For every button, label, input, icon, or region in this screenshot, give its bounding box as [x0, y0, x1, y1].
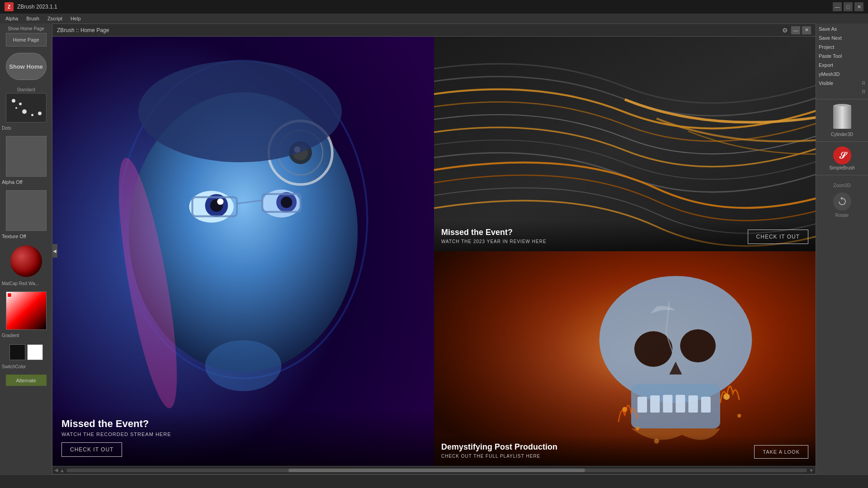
svg-point-37 — [737, 414, 741, 418]
scroll-down-icon[interactable]: ▼ — [809, 468, 814, 473]
svg-point-27 — [680, 329, 716, 362]
rotate-icon[interactable] — [833, 192, 851, 211]
project-label: Project — [819, 44, 834, 50]
home-page-button[interactable]: Home Page — [6, 33, 47, 47]
matcap-label: MatCap Red Wa... — [2, 281, 39, 286]
export-item[interactable]: Export — [816, 61, 868, 70]
rotate-svg — [837, 196, 848, 207]
matcap-sphere[interactable] — [10, 245, 42, 277]
title-bar-title: ZBrush 2023.1.1 — [17, 4, 57, 10]
svg-rect-32 — [689, 395, 698, 413]
menu-item-help[interactable]: Help — [67, 15, 85, 22]
dot-5 — [31, 114, 33, 116]
sidebar-show-home-btn-section: Show Home — [0, 49, 52, 84]
color-picker[interactable] — [6, 291, 47, 330]
alpha-box[interactable] — [6, 136, 47, 177]
title-bar-controls: — □ ✕ — [833, 2, 863, 11]
export-label: Export — [819, 62, 833, 68]
panel-skull-title: Demystifying Post Production — [441, 442, 557, 452]
right-menu-items: Save As Save Next Project Paste Tool Exp… — [816, 23, 868, 97]
svg-rect-30 — [663, 395, 672, 413]
show-home-button[interactable]: Show Home — [6, 53, 47, 80]
svg-point-5 — [217, 198, 223, 205]
simple-brush-icon: 𝒮 — [833, 146, 851, 164]
cylinder3d-tool[interactable]: Cylinder3D — [816, 101, 868, 140]
texture-box[interactable] — [6, 190, 47, 231]
panel-waves-check-button[interactable]: CHECK IT OUT — [748, 230, 808, 244]
right-divider-1 — [816, 99, 868, 99]
cylinder-body — [833, 106, 851, 129]
save-next-label: Save Next — [819, 35, 842, 41]
panel-skull-text: Demystifying Post Production CHECK OUT T… — [441, 442, 557, 459]
visible-shortcut: R — [862, 81, 865, 86]
scroll-track[interactable] — [66, 469, 807, 472]
panel-main: Missed the Event? WATCH THE RECORDED STR… — [52, 37, 434, 466]
paste-tool-item[interactable]: Paste Tool — [816, 52, 868, 61]
simple-brush-label: SimpleBrush — [829, 165, 855, 170]
close-button[interactable]: ✕ — [854, 2, 863, 11]
svg-rect-33 — [701, 397, 711, 413]
sidebar-texture-section: Texture Off — [0, 188, 52, 242]
panel-main-check-button[interactable]: CHECK IT OUT — [61, 442, 122, 457]
sidebar-alternate-section: Alternate — [0, 372, 52, 389]
simple-brush-tool[interactable]: 𝒮 SimpleBrush — [816, 144, 868, 173]
dot-1 — [12, 99, 15, 103]
panel-main-overlay: Missed the Event? WATCH THE RECORDED STR… — [52, 409, 434, 466]
menu-item-zscript[interactable]: Zscript — [44, 15, 66, 22]
dialog-minimize-button[interactable]: — — [791, 26, 800, 34]
panel-main-title: Missed the Event? — [61, 418, 425, 430]
panel-waves-text: Missed the Event? WATCH THE 2023 YEAR IN… — [441, 228, 547, 244]
svg-point-8 — [281, 197, 292, 208]
menu-bar: Alpha Brush Zscript Help — [0, 14, 868, 23]
project-item[interactable]: Project — [816, 42, 868, 52]
paste-tool-label: Paste Tool — [819, 53, 842, 59]
visible-item[interactable]: Visible R — [816, 79, 868, 88]
left-toggle[interactable]: ◀ — [52, 244, 57, 258]
sidebar-switch-section: SwitchColor — [0, 341, 52, 372]
sidebar-show-home-section: Show Home Page Home Page — [0, 23, 52, 49]
ymesh3d-label: yMesh3D — [819, 71, 840, 77]
brush-preview[interactable] — [6, 93, 47, 122]
title-bar-left: Z ZBrush 2023.1.1 — [5, 2, 57, 11]
alternate-button[interactable]: Alternate — [6, 375, 47, 386]
switch-colors — [2, 344, 50, 360]
minimize-button[interactable]: — — [833, 2, 842, 11]
waves-svg — [434, 37, 816, 251]
panel-waves-title: Missed the Event? — [441, 228, 547, 237]
save-next-item[interactable]: Save Next — [816, 33, 868, 42]
svg-rect-29 — [650, 395, 660, 413]
panel-skull-take-look-button[interactable]: TAKE A LOOK — [754, 445, 808, 459]
dialog-gear-button[interactable]: ⚙ — [780, 26, 789, 34]
shortcut-r-item[interactable]: R — [816, 88, 868, 96]
dot-4 — [22, 109, 27, 114]
swatch-white[interactable] — [27, 344, 43, 360]
cylinder3d-label: Cylinder3D — [831, 132, 853, 137]
scroll-up-icon[interactable]: ▲ — [60, 468, 65, 473]
swatch-black[interactable] — [9, 344, 25, 360]
dialog-controls: ⚙ — ✕ — [780, 26, 811, 34]
standard-label: Standard — [2, 87, 50, 92]
svg-rect-21 — [434, 37, 816, 251]
visible-label: Visible — [819, 80, 833, 86]
panel-skull: Demystifying Post Production CHECK OUT T… — [434, 251, 816, 466]
maximize-button[interactable]: □ — [844, 2, 853, 11]
sidebar-color-section: Gradient — [0, 289, 52, 341]
menu-item-alpha[interactable]: Alpha — [2, 15, 22, 22]
dialog-title-bar: ZBrush :: Home Page ⚙ — ✕ — [52, 24, 816, 37]
scroll-thumb — [288, 469, 585, 472]
color-indicator — [7, 293, 12, 297]
panel-waves-subtitle: WATCH THE 2023 YEAR IN REVIEW HERE — [441, 239, 547, 244]
switchcolor-label: SwitchColor — [2, 364, 26, 369]
dialog-close-button[interactable]: ✕ — [802, 26, 811, 34]
menu-item-brush[interactable]: Brush — [23, 15, 43, 22]
alpha-label: Alpha Off — [2, 179, 23, 185]
dialog-title: ZBrush :: Home Page — [57, 27, 109, 33]
ymesh3d-item[interactable]: yMesh3D — [816, 70, 868, 79]
zoom3d-section: Zoom3D Rotate — [816, 177, 868, 222]
scroll-left-icon[interactable]: ◀ — [54, 467, 58, 473]
right-divider-3 — [816, 175, 868, 175]
panel-main-bg — [52, 37, 434, 466]
save-as-item[interactable]: Save As — [816, 24, 868, 33]
panel-waves-overlay: Missed the Event? WATCH THE 2023 YEAR IN… — [434, 221, 816, 251]
title-bar: Z ZBrush 2023.1.1 — □ ✕ — [0, 0, 868, 14]
